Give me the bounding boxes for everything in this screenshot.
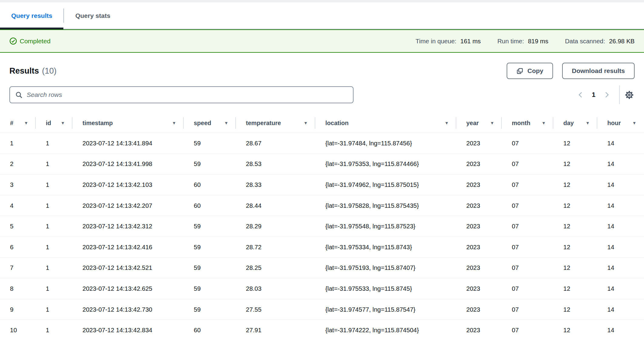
- stat-value: 819 ms: [528, 38, 548, 45]
- cell-id: 1: [36, 140, 72, 147]
- check-circle-icon: [9, 37, 17, 45]
- cell-hour: 14: [597, 306, 644, 313]
- cell-month: 07: [502, 264, 553, 271]
- cell-id: 1: [36, 160, 72, 167]
- cell-temperature: 28.67: [236, 140, 315, 147]
- cell-month: 07: [502, 244, 553, 251]
- cell-day: 12: [553, 140, 597, 147]
- table-body: 112023-07-12 14:13:41.8945928.67{lat=-31…: [0, 133, 644, 338]
- download-results-button[interactable]: Download results: [562, 63, 635, 79]
- cell-location: {lat=-31.974222, lng=115.874504}: [315, 326, 456, 334]
- cell-year: 2023: [456, 285, 502, 292]
- current-page[interactable]: 1: [588, 91, 600, 99]
- column-header-location[interactable]: location▼: [315, 113, 456, 133]
- filter-dropdown-icon[interactable]: ▼: [632, 121, 636, 125]
- cell-id: 1: [36, 326, 72, 334]
- cell-timestamp: 2023-07-12 14:13:42.834: [72, 326, 184, 334]
- filter-dropdown-icon[interactable]: ▼: [304, 121, 308, 125]
- cell-timestamp: 2023-07-12 14:13:41.998: [72, 160, 184, 167]
- search-box[interactable]: [9, 86, 354, 103]
- cell-month: 07: [502, 181, 553, 188]
- column-header-num[interactable]: #▼: [0, 113, 36, 133]
- cell-year: 2023: [456, 306, 502, 313]
- table-row: 512023-07-12 14:13:42.3125928.29{lat=-31…: [0, 216, 644, 237]
- filter-dropdown-icon[interactable]: ▼: [172, 121, 176, 125]
- filter-dropdown-icon[interactable]: ▼: [490, 121, 494, 125]
- filter-dropdown-icon[interactable]: ▼: [542, 121, 546, 125]
- tab-query-results[interactable]: Query results: [0, 2, 63, 29]
- stat-run-time: Run time: 819 ms: [497, 38, 548, 45]
- filter-dropdown-icon[interactable]: ▼: [224, 121, 228, 125]
- filter-dropdown-icon[interactable]: ▼: [24, 121, 28, 125]
- column-header-year[interactable]: year▼: [456, 113, 502, 133]
- cell-temperature: 28.53: [236, 160, 315, 167]
- cell-location: {lat=-31.974962, lng=115.875015}: [315, 181, 456, 188]
- table-row: 812023-07-12 14:13:42.6255928.03{lat=-31…: [0, 278, 644, 299]
- cell-speed: 60: [184, 326, 236, 334]
- cell-num: 3: [0, 181, 36, 188]
- cell-day: 12: [553, 326, 597, 334]
- results-title: Results: [9, 66, 39, 76]
- column-header-hour[interactable]: hour▼: [597, 113, 644, 133]
- stat-value: 26.98 KB: [609, 38, 635, 45]
- cell-speed: 60: [184, 181, 236, 188]
- cell-year: 2023: [456, 202, 502, 209]
- column-label: timestamp: [82, 120, 113, 127]
- column-header-speed[interactable]: speed▼: [184, 113, 236, 133]
- download-results-label: Download results: [572, 67, 625, 75]
- cell-temperature: 27.55: [236, 306, 315, 313]
- column-header-month[interactable]: month▼: [502, 113, 553, 133]
- cell-id: 1: [36, 306, 72, 313]
- copy-button-label: Copy: [527, 67, 543, 75]
- cell-month: 07: [502, 285, 553, 292]
- filter-dropdown-icon[interactable]: ▼: [585, 121, 590, 125]
- table-row: 212023-07-12 14:13:41.9985928.53{lat=-31…: [0, 154, 644, 175]
- table-row: 1012023-07-12 14:13:42.8346027.91{lat=-3…: [0, 320, 644, 338]
- cell-year: 2023: [456, 326, 502, 334]
- cell-location: {lat=-31.975548, lng=115.87523}: [315, 223, 456, 230]
- column-label: day: [563, 120, 574, 127]
- column-label: id: [46, 120, 51, 127]
- stat-value: 161 ms: [460, 38, 481, 45]
- filter-dropdown-icon[interactable]: ▼: [444, 121, 449, 125]
- search-input[interactable]: [27, 91, 348, 98]
- toolbar-divider: [619, 85, 620, 104]
- cell-hour: 14: [597, 223, 644, 230]
- cell-hour: 14: [597, 264, 644, 271]
- table-row: 712023-07-12 14:13:42.5215928.25{lat=-31…: [0, 258, 644, 279]
- cell-temperature: 28.25: [236, 264, 315, 271]
- column-header-temperature[interactable]: temperature▼: [236, 113, 315, 133]
- cell-month: 07: [502, 202, 553, 209]
- results-count: (10): [42, 66, 57, 76]
- cell-hour: 14: [597, 160, 644, 167]
- query-stats-summary: Time in queue: 161 ms Run time: 819 ms D…: [415, 38, 635, 45]
- cell-num: 5: [0, 223, 36, 230]
- gear-icon: [625, 90, 634, 100]
- cell-year: 2023: [456, 181, 502, 188]
- cell-day: 12: [553, 244, 597, 251]
- column-header-day[interactable]: day▼: [553, 113, 597, 133]
- stat-label: Data scanned:: [565, 38, 605, 45]
- cell-timestamp: 2023-07-12 14:13:42.730: [72, 306, 184, 313]
- prev-page-button[interactable]: [574, 91, 588, 99]
- filter-dropdown-icon[interactable]: ▼: [61, 121, 65, 125]
- cell-location: {lat=-31.975353, lng=115.874466}: [315, 160, 456, 167]
- cell-temperature: 28.29: [236, 223, 315, 230]
- cell-hour: 14: [597, 244, 644, 251]
- column-header-id[interactable]: id▼: [36, 113, 72, 133]
- copy-button[interactable]: Copy: [507, 63, 553, 79]
- cell-num: 1: [0, 140, 36, 147]
- cell-speed: 59: [184, 306, 236, 313]
- column-label: hour: [607, 120, 621, 127]
- column-header-timestamp[interactable]: timestamp▼: [72, 113, 184, 133]
- table-row: 112023-07-12 14:13:41.8945928.67{lat=-31…: [0, 133, 644, 154]
- cell-num: 2: [0, 160, 36, 167]
- tab-query-stats[interactable]: Query stats: [64, 2, 122, 29]
- next-page-button[interactable]: [600, 91, 614, 99]
- preferences-button[interactable]: [624, 90, 635, 100]
- cell-id: 1: [36, 285, 72, 292]
- table-row: 312023-07-12 14:13:42.1036028.33{lat=-31…: [0, 174, 644, 195]
- cell-temperature: 28.03: [236, 285, 315, 292]
- tab-query-results-label: Query results: [11, 12, 52, 19]
- status-text: Completed: [20, 38, 51, 45]
